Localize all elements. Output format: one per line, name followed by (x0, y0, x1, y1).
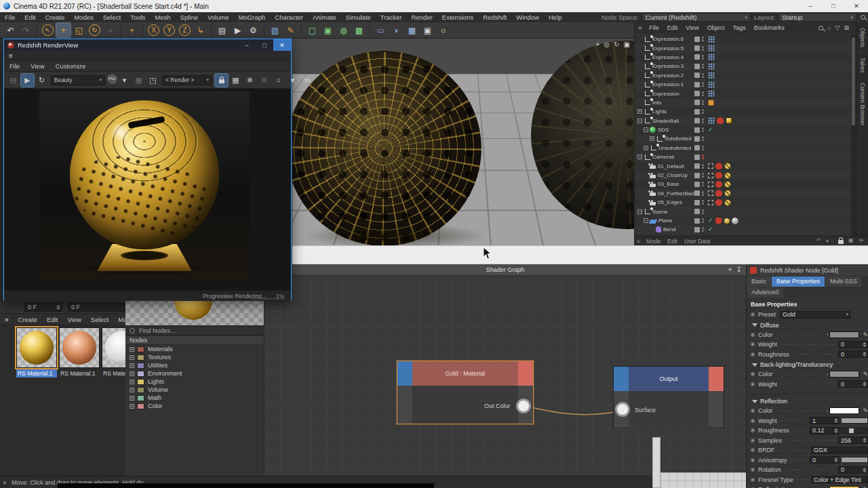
visibility-toggles[interactable] (694, 218, 704, 224)
rs-tag-icon[interactable] (715, 190, 722, 197)
tiled-display-icon[interactable]: ▦ (229, 74, 242, 87)
filter-icon[interactable]: ▽ (835, 24, 840, 31)
footer-menu-user-data[interactable]: User Data (681, 238, 713, 245)
expander-icon[interactable]: + (130, 371, 134, 376)
footer-menu-mode[interactable]: Mode (643, 238, 664, 245)
renderview-titlebar[interactable]: Redshift RenderView – □ ✕ (4, 39, 291, 51)
menu-extensions[interactable]: Extensions (437, 14, 478, 21)
visibility-toggles[interactable] (694, 182, 704, 187)
param-slider[interactable] (841, 428, 868, 434)
nav-back-icon[interactable]: ↶ (816, 237, 821, 245)
find-nodes-input[interactable]: Find Nodes... (125, 325, 264, 336)
expander-icon[interactable]: − (644, 218, 648, 223)
object-row[interactable]: Bend✓ (635, 225, 851, 234)
param-field[interactable]: 0 (838, 466, 868, 474)
freeze-tessellation-icon[interactable]: ❄ (243, 74, 256, 87)
xpresso-tag-icon[interactable] (708, 45, 715, 52)
noentry-tag-icon[interactable] (724, 190, 731, 197)
rv-menu-customize[interactable]: Customize (50, 62, 92, 70)
visibility-toggles[interactable] (694, 64, 704, 69)
expander-icon[interactable]: − (644, 127, 648, 132)
color-swatch[interactable] (829, 371, 859, 378)
format-dropdown-icon[interactable]: ▾ (118, 74, 131, 87)
visibility-toggles[interactable] (694, 82, 704, 87)
path-icon[interactable]: ⌂ (827, 24, 831, 31)
group-diffuse[interactable]: Diffuse (747, 320, 868, 330)
light-icon[interactable]: ○ (436, 23, 450, 37)
object-row[interactable]: Expression.6 (635, 35, 851, 43)
close-button[interactable]: ✕ (273, 39, 291, 51)
material-thumbnail[interactable] (16, 327, 57, 368)
expander-icon[interactable]: + (130, 363, 134, 368)
render-active-icon[interactable]: ▶ (231, 23, 245, 37)
hamburger-icon[interactable]: ≡ (3, 479, 6, 486)
start-ipr-icon[interactable]: ▶ (21, 74, 34, 87)
goto-frame-field[interactable]: 0 F (68, 303, 125, 312)
keyframe-dot-icon[interactable] (751, 333, 755, 337)
param-field[interactable]: 0 (838, 341, 868, 348)
expander-icon[interactable]: − (637, 155, 642, 159)
menu-help[interactable]: Help (544, 14, 567, 21)
object-row[interactable]: +Lights (635, 107, 851, 116)
object-row[interactable]: −Cameras (635, 152, 851, 161)
rv-menu-file[interactable]: File (4, 62, 25, 70)
maximize-button[interactable]: □ (256, 39, 273, 51)
material-menu-material[interactable]: Material (113, 316, 125, 323)
expander-icon[interactable]: + (130, 355, 134, 360)
om-menu-view[interactable]: View (682, 24, 703, 31)
material-thumbnail[interactable] (102, 327, 125, 368)
target-tag-icon[interactable] (708, 200, 713, 205)
visibility-toggles[interactable] (694, 37, 704, 42)
param-field[interactable]: 0 (838, 350, 868, 358)
axis-tool-icon[interactable]: + (125, 23, 139, 37)
search-icon[interactable] (818, 26, 823, 30)
param-field[interactable]: 256 (838, 436, 868, 444)
region-dropdown-icon[interactable]: ▾ (286, 74, 299, 87)
y-axis-lock-icon[interactable]: Y (163, 24, 175, 36)
om-menu-tags[interactable]: Tags (729, 24, 750, 31)
minimize-button[interactable]: – (238, 39, 256, 51)
keyframe-dot-icon[interactable] (751, 428, 755, 432)
side-tab-content-browser[interactable]: Content Browser (859, 79, 866, 130)
xpresso-tag-icon[interactable] (708, 54, 715, 60)
object-row[interactable]: −Plane✓ (635, 216, 851, 225)
visibility-toggles[interactable] (694, 118, 704, 123)
param-field[interactable]: 1 (810, 417, 840, 424)
rs-tag-icon[interactable] (715, 172, 722, 179)
object-row[interactable]: Info (635, 98, 851, 107)
menu-select[interactable]: Select (98, 14, 125, 21)
zoom-view-icon[interactable]: ◎ (604, 41, 610, 48)
render-image[interactable] (4, 89, 291, 290)
eyedropper-icon[interactable]: ✎ (863, 331, 868, 338)
node-category-math[interactable]: +Math (125, 394, 264, 402)
keyframe-dot-icon[interactable] (751, 458, 755, 462)
node-space-select[interactable]: Current (Redshift)▾ (642, 13, 751, 22)
scrollbar-thumb[interactable] (852, 37, 855, 125)
color-swatch[interactable] (829, 407, 859, 414)
float-panel-icon[interactable]: ▣ (848, 237, 854, 245)
color-swatch[interactable] (829, 331, 859, 338)
om-menu-edit[interactable]: Edit (663, 24, 682, 31)
restart-render-icon[interactable]: ↻ (35, 74, 48, 87)
object-row[interactable]: Expression.4 (635, 53, 851, 62)
png-format-icon[interactable]: PNG (107, 74, 117, 84)
keyframe-dot-icon[interactable] (751, 382, 755, 386)
note-tag-icon[interactable] (708, 100, 714, 106)
keyframe-dot-icon[interactable] (751, 419, 755, 423)
xpresso-tag-icon[interactable] (708, 36, 715, 43)
menu-animate[interactable]: Animate (308, 14, 341, 21)
param-field[interactable]: 0 (838, 380, 868, 388)
pan-graph-icon[interactable]: + (728, 266, 732, 273)
region-render-icon[interactable]: ○ (272, 74, 285, 87)
keyframe-dot-icon[interactable] (751, 312, 755, 317)
coord-system-icon[interactable]: ↳ (193, 23, 208, 37)
goldsmall-tag-icon[interactable] (724, 218, 730, 224)
grid-icon[interactable]: ▦ (132, 74, 145, 87)
minimize-button[interactable]: – (799, 0, 822, 12)
menu-create[interactable]: Create (41, 14, 70, 21)
live-selection-icon[interactable]: ↖ (42, 24, 54, 36)
render-settings-icon[interactable]: ⚙ (246, 23, 260, 37)
material-menu-view[interactable]: View (62, 316, 85, 323)
keyframe-dot-icon[interactable] (751, 439, 755, 443)
lock-resolution-icon[interactable] (215, 74, 228, 87)
